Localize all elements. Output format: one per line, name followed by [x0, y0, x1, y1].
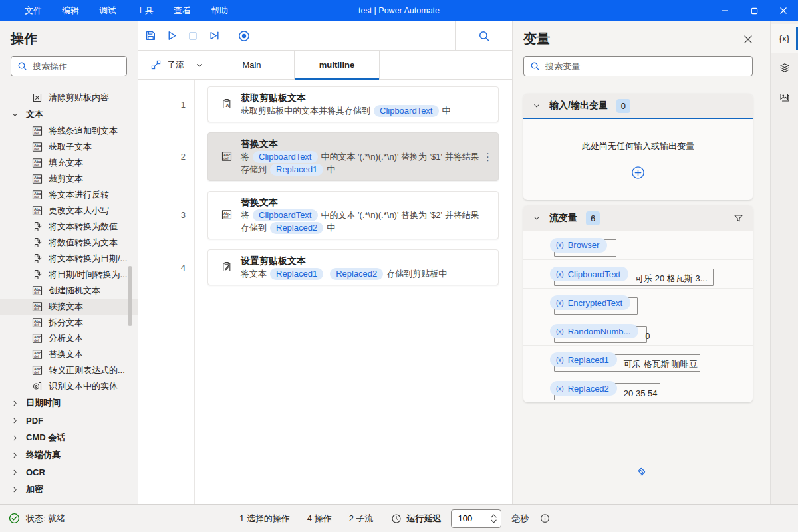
action-item-转义正则表达式的...[interactable]: Abcdef转义正则表达式的...	[0, 362, 138, 378]
svg-text:A: A	[226, 103, 229, 108]
fx-icon: (x)	[556, 241, 564, 249]
tab-multiline-label: multiline	[319, 60, 354, 70]
action-item-将日期/时间转换为...[interactable]: 将日期/时间转换为...	[0, 267, 138, 283]
abc-icon: Abcdef	[32, 158, 43, 168]
variable-pill-Replaced1: Replaced1	[270, 164, 323, 176]
action-item-裁剪文本[interactable]: Abcdef裁剪文本	[0, 171, 138, 187]
action-item-替换文本[interactable]: Abcdef替换文本	[0, 346, 138, 362]
action-item-分析文本[interactable]: Abcdef分析文本	[0, 331, 138, 346]
spin-up-icon[interactable]	[491, 514, 497, 518]
variable-name: Replaced2	[568, 384, 609, 394]
action-item-填充文本[interactable]: Abcdef填充文本	[0, 155, 138, 171]
io-variables-label: 输入/输出变量	[549, 100, 608, 112]
eraser-icon	[636, 466, 648, 477]
right-rail: {x}	[770, 21, 798, 504]
variable-value: 0	[645, 331, 650, 341]
variable-name-pill-Replaced2[interactable]: (x)Replaced2	[550, 381, 617, 396]
action-item-将文本转换为日期/...[interactable]: 将文本转换为日期/...	[0, 251, 138, 267]
add-io-variable-button[interactable]	[631, 166, 645, 180]
clear-variables-button[interactable]	[513, 466, 770, 477]
action-group-文本[interactable]: 文本	[0, 106, 138, 123]
tab-main[interactable]: Main	[209, 51, 295, 79]
menu-item-编辑[interactable]: 编辑	[52, 0, 89, 21]
minimize-button[interactable]	[710, 0, 739, 21]
run-button[interactable]	[161, 25, 182, 47]
run-delay-label: 运行延迟	[407, 513, 442, 525]
step-card-替换文本[interactable]: Abcdef替换文本将ClipboardText中的文本 '(.*\n)(.*\…	[207, 132, 499, 181]
action-item-识别文本中的实体[interactable]: 识别文本中的实体	[0, 378, 138, 394]
variable-name-pill-Replaced1[interactable]: (x)Replaced1	[550, 352, 617, 367]
maximize-button[interactable]	[739, 0, 769, 21]
action-group-PDF[interactable]: PDF	[0, 412, 138, 429]
variables-search-input[interactable]	[545, 61, 746, 71]
menu-item-调试[interactable]: 调试	[89, 0, 126, 21]
close-variables-button[interactable]	[743, 35, 753, 44]
abc-icon: Abcdef	[32, 142, 43, 152]
action-item-拆分文本[interactable]: Abcdef拆分文本	[0, 315, 138, 331]
step-menu-button[interactable]: ⋮	[483, 151, 493, 163]
actions-scrollbar-thumb[interactable]	[128, 266, 132, 326]
action-item-清除剪贴板内容[interactable]: 清除剪贴板内容	[0, 90, 138, 106]
variable-pill-Replaced1: Replaced1	[270, 268, 323, 280]
action-item-更改文本大小写[interactable]: Abcdef更改文本大小写	[0, 203, 138, 219]
tab-multiline[interactable]: multiline	[295, 51, 380, 79]
chevron-right-icon	[11, 400, 19, 407]
run-delay-stepper[interactable]	[451, 509, 501, 528]
step-card-替换文本[interactable]: Abcdef替换文本将ClipboardText中的文本 '(.*\n)(.*\…	[207, 191, 499, 239]
variable-name: Replaced1	[568, 355, 609, 365]
action-item-联接文本[interactable]: Abcdef联接文本	[0, 299, 138, 315]
step-body: 替换文本将ClipboardText中的文本 '(.*\n)(.*\n)' 替换…	[241, 195, 481, 234]
stop-button[interactable]	[182, 25, 203, 47]
run-delay-input[interactable]	[458, 513, 482, 523]
variable-name-pill-EncryptedText[interactable]: (x)EncryptedText	[550, 295, 630, 310]
menu-item-工具[interactable]: 工具	[126, 0, 164, 21]
variable-row-Browser: (x)Browser	[523, 231, 753, 259]
clipboard-text-icon: A	[221, 98, 232, 109]
subflow-tabs: 子流 Main multiline	[138, 51, 512, 80]
action-item-将文本转换为数值[interactable]: 将文本转换为数值	[0, 219, 138, 235]
actions-search-input[interactable]	[33, 61, 120, 71]
variable-name-pill-RandomNumb...[interactable]: (x)RandomNumb...	[550, 324, 638, 338]
flow-variables-header[interactable]: 流变量 6	[523, 205, 753, 231]
variable-name-pill-ClipboardText[interactable]: (x)ClipboardText	[550, 267, 628, 281]
menu-item-查看[interactable]: 查看	[164, 0, 201, 21]
action-label: 拆分文本	[49, 317, 83, 329]
action-item-获取子文本[interactable]: Abcdef获取子文本	[0, 139, 138, 155]
rail-tab-ui-elements[interactable]	[771, 53, 798, 82]
rail-tab-variables[interactable]: {x}	[771, 24, 798, 53]
step-card-获取剪贴板文本[interactable]: A获取剪贴板文本获取剪贴板中的文本并将其存储到ClipboardText中	[207, 86, 499, 122]
action-group-OCR[interactable]: OCR	[0, 464, 138, 481]
rail-tab-images[interactable]	[771, 82, 798, 112]
info-icon[interactable]	[540, 513, 550, 523]
action-item-创建随机文本[interactable]: Abcdef创建随机文本	[0, 283, 138, 299]
run-icon	[166, 30, 178, 41]
flow-designer: 子流 Main multiline 1A获取剪贴板文本获取剪贴板中的文本并将其存…	[138, 21, 512, 504]
flow-search-button[interactable]	[455, 21, 512, 50]
flow-variables-list: (x)Browser(x)ClipboardText可乐 20 格瓦斯 3...…	[523, 231, 753, 402]
action-item-将线条追加到文本[interactable]: Abcdef将线条追加到文本	[0, 123, 138, 139]
action-group-日期时间[interactable]: 日期时间	[0, 394, 138, 412]
subflows-dropdown[interactable]: 子流	[138, 51, 209, 79]
record-button[interactable]	[233, 25, 255, 47]
menu-item-帮助[interactable]: 帮助	[201, 0, 238, 21]
variables-search-box[interactable]	[523, 56, 753, 76]
variable-row-ClipboardText: (x)ClipboardText可乐 20 格瓦斯 3...	[523, 259, 753, 288]
action-item-将文本进行反转[interactable]: Abcdef将文本进行反转	[0, 187, 138, 203]
step-card-设置剪贴板文本[interactable]: 设置剪贴板文本将文本Replaced1Replaced2存储到剪贴板中	[207, 249, 499, 285]
variable-name-pill-Browser[interactable]: (x)Browser	[550, 238, 607, 253]
action-group-终端仿真[interactable]: 终端仿真	[0, 446, 138, 464]
spin-down-icon[interactable]	[491, 519, 497, 523]
actions-search-box[interactable]	[11, 56, 127, 76]
io-variables-header[interactable]: 输入/输出变量 0	[523, 94, 753, 119]
actions-panel: 操作 清除剪贴板内容文本Abcdef将线条追加到文本Abcdef获取子文本Abc…	[0, 21, 138, 504]
action-group-CMD 会话[interactable]: CMD 会话	[0, 429, 138, 446]
abc-icon: Abcdef	[32, 190, 43, 200]
action-group-加密[interactable]: 加密	[0, 481, 138, 498]
menu-item-文件[interactable]: 文件	[15, 0, 52, 21]
filter-icon[interactable]	[733, 213, 743, 223]
close-window-button[interactable]	[769, 0, 798, 21]
save-button[interactable]	[140, 25, 161, 47]
action-item-将数值转换为文本[interactable]: 将数值转换为文本	[0, 235, 138, 251]
run-next-action-button[interactable]	[203, 25, 225, 47]
action-label: 将文本转换为数值	[49, 221, 118, 233]
